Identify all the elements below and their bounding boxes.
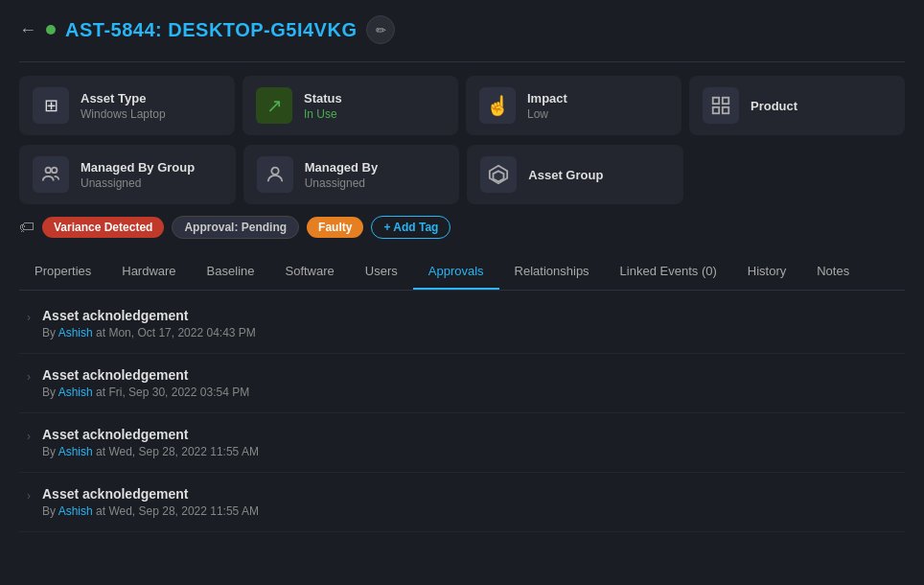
managed-by-label: Managed By — [305, 160, 379, 175]
tab-approvals[interactable]: Approvals — [413, 254, 499, 290]
approvals-list: › Asset acknoledgement By Ashish at Mon,… — [19, 294, 905, 532]
approval-meta: By Ashish at Wed, Sep 28, 2022 11:55 AM — [42, 445, 259, 458]
asset-type-label: Asset Type — [81, 91, 166, 105]
svg-point-4 — [46, 168, 52, 174]
approval-meta: By Ashish at Wed, Sep 28, 2022 11:55 AM — [42, 504, 259, 518]
asset-group-label: Asset Group — [528, 168, 603, 182]
tab-linked-events[interactable]: Linked Events (0) — [605, 254, 732, 290]
asset-title: AST-5844: DESKTOP-G5I4VKG — [65, 19, 357, 41]
impact-icon: ☝ — [479, 87, 516, 124]
impact-value: Low — [527, 107, 567, 121]
add-tag-button[interactable]: + Add Tag — [371, 216, 450, 239]
tabs: Properties Hardware Baseline Software Us… — [19, 254, 905, 291]
approval-chevron: › — [27, 489, 31, 503]
approval-author: Ashish — [58, 326, 93, 339]
asset-group-icon — [480, 156, 517, 193]
tags-icon: 🏷 — [19, 219, 35, 236]
tag-approval-pending[interactable]: Approval: Pending — [172, 216, 299, 239]
tags-row: 🏷 Variance Detected Approval: Pending Fa… — [19, 216, 905, 239]
svg-point-5 — [52, 168, 57, 174]
svg-rect-3 — [723, 107, 728, 113]
approval-author: Ashish — [58, 445, 93, 458]
tag-faulty[interactable]: Faulty — [307, 217, 363, 238]
managed-by-group-card[interactable]: Managed By Group Unassigned — [19, 145, 236, 204]
tab-users[interactable]: Users — [350, 254, 413, 290]
edit-icon: ✏ — [376, 23, 386, 37]
tag-variance-detected[interactable]: Variance Detected — [42, 217, 164, 238]
managed-by-card[interactable]: Managed By Unassigned — [243, 145, 460, 204]
svg-rect-2 — [713, 107, 719, 113]
info-cards-row2: Managed By Group Unassigned Managed By U… — [19, 145, 683, 204]
managed-by-group-icon — [33, 156, 69, 193]
tab-relationships[interactable]: Relationships — [499, 254, 605, 290]
edit-button[interactable]: ✏ — [366, 15, 395, 44]
impact-label: Impact — [527, 91, 567, 105]
approval-chevron: › — [27, 311, 31, 324]
header: ← AST-5844: DESKTOP-G5I4VKG ✏ — [19, 15, 905, 44]
tab-software[interactable]: Software — [269, 254, 349, 290]
tab-baseline[interactable]: Baseline — [192, 254, 270, 290]
managed-by-value: Unassigned — [305, 176, 379, 190]
approval-meta: By Ashish at Mon, Oct 17, 2022 04:43 PM — [42, 326, 256, 339]
impact-card[interactable]: ☝ Impact Low — [466, 76, 681, 135]
approval-chevron: › — [27, 430, 31, 443]
svg-point-6 — [271, 168, 278, 175]
header-divider — [19, 61, 905, 62]
tab-hardware[interactable]: Hardware — [106, 254, 191, 290]
asset-type-icon: ⊞ — [33, 87, 69, 124]
product-label: Product — [751, 99, 797, 113]
approval-item[interactable]: › Asset acknoledgement By Ashish at Wed,… — [19, 413, 905, 473]
tab-history[interactable]: History — [732, 254, 801, 290]
approval-author: Ashish — [58, 504, 93, 518]
approval-title: Asset acknoledgement — [42, 308, 256, 323]
asset-group-card[interactable]: Asset Group — [467, 145, 683, 204]
approval-title: Asset acknoledgement — [42, 486, 259, 502]
approval-title: Asset acknoledgement — [42, 427, 259, 442]
approval-item[interactable]: › Asset acknoledgement By Ashish at Mon,… — [19, 294, 905, 354]
asset-type-value: Windows Laptop — [81, 107, 166, 121]
managed-by-group-value: Unassigned — [81, 176, 195, 190]
managed-by-group-label: Managed By Group — [81, 160, 195, 175]
approval-item[interactable]: › Asset acknoledgement By Ashish at Fri,… — [19, 354, 905, 413]
status-card[interactable]: ↗ Status In Use — [243, 76, 458, 135]
svg-marker-8 — [494, 171, 504, 181]
managed-by-icon — [257, 156, 293, 193]
tab-notes[interactable]: Notes — [801, 254, 865, 290]
status-value: In Use — [304, 107, 342, 121]
asset-type-card[interactable]: ⊞ Asset Type Windows Laptop — [19, 76, 235, 135]
page-container: ← AST-5844: DESKTOP-G5I4VKG ✏ ⊞ Asset Ty… — [0, 0, 924, 548]
approval-meta: By Ashish at Fri, Sep 30, 2022 03:54 PM — [42, 386, 249, 399]
status-label: Status — [304, 91, 342, 105]
product-icon — [703, 87, 739, 124]
info-cards-row1: ⊞ Asset Type Windows Laptop ↗ Status In … — [19, 76, 905, 135]
tab-properties[interactable]: Properties — [19, 254, 106, 290]
product-card[interactable]: Product — [689, 76, 905, 135]
approval-chevron: › — [27, 370, 31, 384]
approval-author: Ashish — [58, 386, 93, 399]
approval-title: Asset acknoledgement — [42, 367, 249, 383]
svg-rect-1 — [723, 98, 728, 104]
approval-item[interactable]: › Asset acknoledgement By Ashish at Wed,… — [19, 473, 905, 532]
status-icon: ↗ — [256, 87, 292, 124]
svg-rect-0 — [713, 98, 719, 104]
back-button[interactable]: ← — [19, 20, 36, 40]
status-indicator — [46, 25, 56, 35]
